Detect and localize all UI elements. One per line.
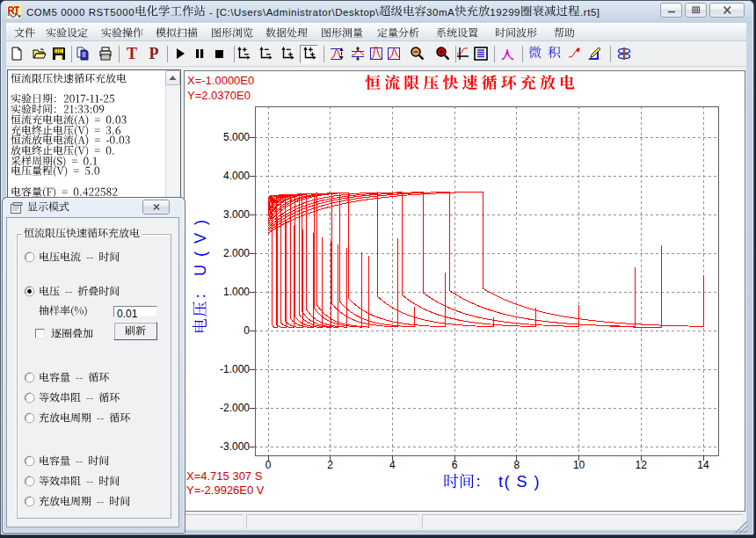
svg-text:2.000: 2.000 (223, 247, 250, 259)
svg-text:12: 12 (636, 459, 648, 471)
svg-text:2: 2 (327, 459, 333, 471)
svg-text:-3.000: -3.000 (220, 440, 250, 453)
svg-text:0: 0 (265, 459, 272, 471)
svg-text:X=-1.0000E0: X=-1.0000E0 (187, 74, 254, 87)
svg-text:U ( V ): U ( V ) (192, 218, 209, 276)
svg-text:-2.000: -2.000 (220, 402, 250, 414)
svg-text:5.000: 5.000 (223, 131, 250, 143)
svg-text:3.000: 3.000 (223, 208, 250, 221)
svg-text:Y=-2.9926E0 V: Y=-2.9926E0 V (186, 483, 265, 497)
svg-text:6: 6 (452, 459, 458, 471)
svg-text:X=4.715 307 S: X=4.715 307 S (186, 469, 263, 483)
svg-text:14: 14 (697, 459, 709, 471)
svg-text:t( S ): t( S ) (498, 473, 541, 491)
svg-text:1.000: 1.000 (223, 286, 250, 298)
svg-text:4.000: 4.000 (223, 170, 250, 182)
svg-text:-1.000: -1.000 (220, 363, 250, 375)
svg-text:8: 8 (514, 459, 520, 471)
svg-text:4: 4 (389, 459, 396, 471)
svg-text:0: 0 (244, 324, 250, 337)
svg-text:Y=2.0370E0: Y=2.0370E0 (187, 89, 251, 102)
svg-text:10: 10 (573, 459, 585, 471)
